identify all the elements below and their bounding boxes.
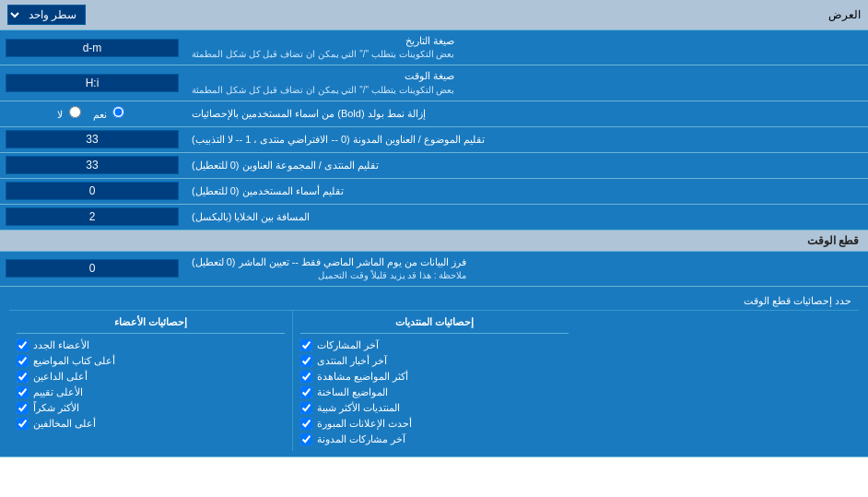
cb-top-violators: أعلى المخالفين: [17, 416, 285, 432]
cb-hot-topics: المواضيع الساخنة: [300, 385, 569, 400]
cb-last-news: آخر أخبار المنتدى: [300, 353, 569, 369]
topic-titles-label: تقليم الموضوع / العناوين المدونة (0 -- ا…: [184, 127, 868, 152]
spacing-row: المسافة بين الخلايا (بالبكسل): [0, 205, 868, 231]
forums-stats-col: إحصائيات المنتديات آخر المشاركات آخر أخب…: [292, 311, 576, 451]
cb-last-posts: آخر المشاركات: [300, 337, 569, 353]
top-row: العرض سطر واحدسطرينثلاثة أسطر: [0, 0, 868, 30]
forums-stats-header: إحصائيات المنتديات: [300, 314, 569, 334]
cb-top-rated: الأعلى تقييم: [17, 385, 285, 400]
cb-most-thanks: الأكثر شكراً: [17, 400, 285, 416]
time-format-input[interactable]: [6, 74, 179, 92]
usernames-label: تقليم أسماء المستخدمين (0 للتعطيل): [184, 179, 868, 204]
topic-titles-row: تقليم الموضوع / العناوين المدونة (0 -- ا…: [0, 127, 868, 153]
cb-top-writers: أعلى كتاب المواضيع: [17, 353, 285, 369]
members-stats-col: إحصائيات الأعضاء الأعضاء الجدد أعلى كتاب…: [9, 311, 292, 451]
date-format-input[interactable]: [6, 39, 179, 57]
spacing-input[interactable]: [6, 207, 179, 226]
cb-hot-topics-check[interactable]: [300, 386, 312, 398]
forum-titles-label: تقليم المنتدى / المجموعة العناوين (0 للت…: [184, 153, 868, 178]
cb-top-inviters-check[interactable]: [17, 371, 29, 383]
cb-last-news-check[interactable]: [300, 355, 312, 367]
bold-no-label: لا: [57, 106, 83, 121]
usernames-input[interactable]: [6, 182, 179, 200]
bold-remove-radio-wrap: نعم لا: [0, 101, 184, 126]
cb-new-members-check[interactable]: [17, 339, 29, 351]
forum-titles-row: تقليم المنتدى / المجموعة العناوين (0 للت…: [0, 153, 868, 179]
forum-titles-input[interactable]: [6, 156, 179, 174]
display-select[interactable]: سطر واحدسطرينثلاثة أسطر: [7, 5, 86, 25]
usernames-row: تقليم أسماء المستخدمين (0 للتعطيل): [0, 179, 868, 205]
realtime-label: فرز البيانات من يوم الماشر الماضي فقط --…: [184, 252, 868, 286]
spacing-input-wrap: [0, 205, 184, 230]
bold-yes-label: نعم: [93, 106, 127, 121]
usernames-input-wrap: [0, 179, 184, 204]
realtime-row: فرز البيانات من يوم الماشر الماضي فقط --…: [0, 252, 868, 287]
cb-top-inviters: أعلى الداعين: [17, 369, 285, 385]
date-format-label: صيغة التاريخ بعض التكوينات يتطلب "/" الت…: [184, 30, 868, 65]
topic-titles-input[interactable]: [6, 130, 179, 148]
realtime-input[interactable]: [6, 259, 179, 278]
forum-titles-input-wrap: [0, 153, 184, 178]
bold-remove-label: إزالة نمط بولد (Bold) من اسماء المستخدمي…: [184, 101, 868, 126]
cb-last-blog-check[interactable]: [300, 433, 312, 445]
cb-most-viewed: أكثر المواضيع مشاهدة: [300, 369, 569, 385]
bold-radio-group: نعم لا: [50, 104, 134, 123]
top-row-label: العرض: [828, 8, 861, 21]
checkboxes-grid: إحصائيات المنتديات آخر المشاركات آخر أخب…: [9, 311, 859, 451]
cb-last-blog: آخر مشاركات المدونة: [300, 432, 569, 447]
bold-remove-row: إزالة نمط بولد (Bold) من اسماء المستخدمي…: [0, 101, 868, 127]
cb-most-viewed-check[interactable]: [300, 371, 312, 383]
checkboxes-area: حدد إحصائيات قطع الوقت إحصائيات المنتديا…: [0, 287, 868, 457]
date-format-input-wrap: [0, 30, 184, 65]
cb-most-thanks-check[interactable]: [17, 402, 29, 414]
realtime-input-wrap: [0, 252, 184, 286]
spacing-label: المسافة بين الخلايا (بالبكسل): [184, 205, 868, 230]
cb-most-forums-check[interactable]: [300, 402, 312, 414]
time-format-label: صيغة الوقت بعض التكوينات يتطلب "/" التي …: [184, 65, 868, 100]
cb-top-violators-check[interactable]: [17, 418, 29, 430]
cb-last-posts-check[interactable]: [300, 339, 312, 351]
cb-top-writers-check[interactable]: [17, 355, 29, 367]
bold-no-radio[interactable]: [69, 106, 81, 118]
checkboxes-header: حدد إحصائيات قطع الوقت: [9, 292, 859, 311]
empty-col: [576, 311, 859, 451]
realtime-section-header: قطع الوقت: [0, 231, 868, 252]
cb-latest-announce-check[interactable]: [300, 418, 312, 430]
cb-latest-announce: أحدث الإعلانات المبورة: [300, 416, 569, 432]
bold-yes-radio[interactable]: [112, 106, 124, 118]
time-format-input-wrap: [0, 65, 184, 100]
cb-new-members: الأعضاء الجدد: [17, 337, 285, 353]
time-format-row: صيغة الوقت بعض التكوينات يتطلب "/" التي …: [0, 65, 868, 101]
cb-most-forums: المنتديات الأكثر شبية: [300, 400, 569, 416]
cb-top-rated-check[interactable]: [17, 386, 29, 398]
date-format-row: صيغة التاريخ بعض التكوينات يتطلب "/" الت…: [0, 30, 868, 65]
members-stats-header: إحصائيات الأعضاء: [17, 314, 285, 334]
topic-titles-input-wrap: [0, 127, 184, 152]
